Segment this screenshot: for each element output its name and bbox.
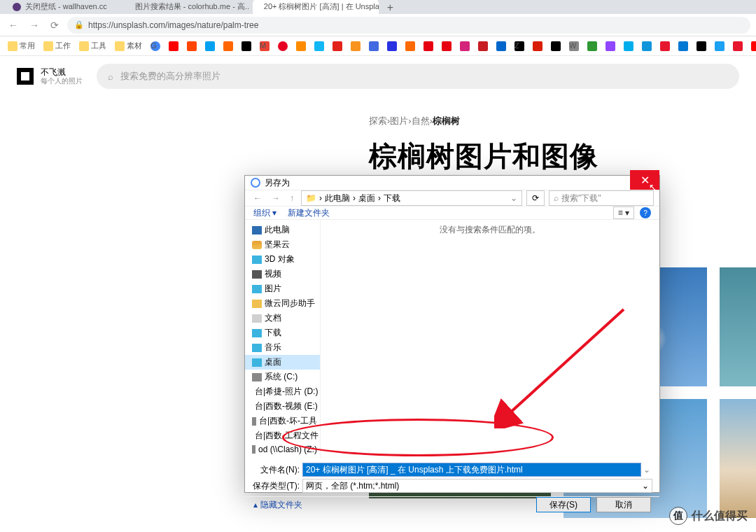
bookmark-item[interactable] [294,40,308,52]
tree-node[interactable]: od (\\Clash) (Z:) [245,443,320,456]
folder-tree: 此电脑坚果云3D 对象视频图片微云同步助手文档下载音乐桌面系统 (C:)台|希捷… [245,220,321,458]
bookmark-item[interactable] [531,40,545,52]
organize-menu[interactable]: 组织 ▾ [253,207,276,219]
help-button[interactable]: ? [640,207,651,218]
view-mode-button[interactable]: ≡ ▾ [613,206,634,219]
hide-folders-toggle[interactable]: ▴ 隐藏文件夹 [253,499,302,511]
new-tab-button[interactable]: + [382,1,399,14]
bookmark-item[interactable] [312,40,326,52]
nav-forward-icon[interactable]: → [269,193,283,203]
tree-node[interactable]: 文档 [245,311,320,326]
folder-icon [252,445,255,454]
path-input[interactable]: 📁 ›此电脑 ›桌面 ›下载 ⌄ [301,190,522,206]
filename-label: 文件名(N): [252,464,302,476]
bookmark-item[interactable] [676,40,690,52]
nav-back-icon[interactable]: ← [251,193,265,203]
tree-node[interactable]: 音乐 [245,340,320,355]
watermark: 值 什么值得买 [669,507,748,525]
bookmark-item[interactable] [185,40,199,52]
bookmark-item[interactable] [349,40,363,52]
tree-node[interactable]: 系统 (C:) [245,370,320,384]
bookmark-item[interactable] [585,40,599,52]
browser-tab[interactable]: 图片搜索结果 - colorhub.me - 高... [124,0,250,14]
nav-up-icon[interactable]: ↑ [287,193,297,203]
site-logo[interactable]: 不飞溅 每个人的照片 [17,67,83,85]
bookmark-item[interactable] [658,40,672,52]
chevron-down-icon[interactable]: ⌄ [510,193,517,203]
logo-title: 不飞溅 [41,67,83,77]
browser-tab[interactable]: 关闭壁纸 - wallhaven.cc [6,0,121,14]
tree-node[interactable]: 台|西数-工程文件 [245,428,320,443]
new-folder-button[interactable]: 新建文件夹 [288,207,330,219]
reload-button[interactable]: ⟳ [48,20,62,31]
bookmark-item[interactable] [440,40,454,52]
bookmark-item[interactable] [622,40,636,52]
bookmark-item[interactable] [239,40,253,52]
tree-node[interactable]: 台|西数-视频 (E:) [245,399,320,414]
forward-button[interactable]: → [27,20,42,31]
filename-input[interactable]: 20+ 棕榈树图片 [高清] _ 在 Unsplash 上下载免费图片.html [302,463,641,477]
tree-node[interactable]: 台|希捷-照片 (D:) [245,384,320,399]
bookmark-item[interactable] [403,40,417,52]
bookmark-item[interactable]: Z [512,40,526,52]
filetype-select[interactable]: 网页，全部 (*.htm;*.html)⌄ [302,479,652,493]
bookmark-item[interactable] [494,40,508,52]
chevron-down-icon[interactable]: ⌄ [641,465,652,475]
bookmark-item[interactable] [221,40,235,52]
bookmark-item[interactable] [385,40,399,52]
dialog-titlebar: 另存为 ✕↖ [245,176,659,190]
logo-icon [17,68,34,85]
bookmark-item[interactable] [749,40,756,52]
bookmark-folder[interactable]: 工具 [77,39,108,52]
bookmark-item[interactable] [458,40,472,52]
bookmark-item[interactable] [549,40,563,52]
tree-node[interactable]: 坚果云 [245,237,320,252]
folder-icon [252,373,262,382]
folder-icon [252,358,262,367]
tree-node[interactable]: 台|西数-坏-工具 [245,414,320,428]
back-button[interactable]: ← [6,20,21,31]
close-button[interactable]: ✕↖ [630,170,659,190]
folder-icon [252,285,262,293]
lock-icon: 🔒 [74,20,84,29]
bookmark-item[interactable]: M [258,40,272,52]
image-thumbnail[interactable] [720,267,756,386]
dialog-title: 另存为 [265,177,630,189]
bookmark-folder[interactable]: 工作 [41,39,73,52]
bookmark-item[interactable] [276,40,290,52]
image-thumbnail[interactable] [720,399,756,518]
tree-node[interactable]: 微云同步助手 [245,296,320,311]
tree-node[interactable]: 图片 [245,281,320,296]
bookmark-item[interactable] [603,40,617,52]
refresh-button[interactable]: ⟳ [526,190,545,206]
bookmark-item[interactable] [330,40,344,52]
breadcrumb[interactable]: 探索›图片›自然›棕榈树 [369,115,756,127]
tree-node[interactable]: 下载 [245,326,320,340]
bookmark-item[interactable] [640,40,654,52]
cancel-button[interactable]: 取消 [596,497,651,512]
url-input[interactable]: 🔒 https://unsplash.com/images/nature/pal… [67,17,750,34]
bookmark-item[interactable] [167,40,181,52]
bookmark-item[interactable]: W [567,40,581,52]
tree-node[interactable]: 此电脑 [245,223,320,237]
search-input[interactable]: ⌕ 搜索免费的高分辨率照片 [97,64,739,89]
bookmark-item[interactable] [203,40,217,52]
tree-node[interactable]: 视频 [245,267,320,281]
bookmark-item[interactable] [476,40,490,52]
save-button[interactable]: 保存(S) [536,497,591,512]
bookmark-item[interactable] [421,40,435,52]
browser-tab-active[interactable]: 20+ 棕榈树图片 [高清] | 在 Unspla... [253,0,379,14]
bookmark-item[interactable] [731,40,745,52]
bookmark-folder[interactable]: 常用 [6,39,37,52]
folder-search-input[interactable]: ⌕ 搜索"下载" [549,190,654,206]
tree-node[interactable]: 3D 对象 [245,252,320,267]
bookmark-item[interactable] [367,40,381,52]
bookmarks-bar: 常用 工作 工具 素材 G M Z W M 好文章 [0,36,756,56]
bookmark-item[interactable] [694,40,708,52]
bookmark-folder[interactable]: 素材 [113,39,144,52]
tree-node[interactable]: 桌面 [245,355,320,370]
bookmark-item[interactable]: G [148,40,162,52]
bookmark-item[interactable] [713,40,727,52]
dialog-fields: 文件名(N): 20+ 棕榈树图片 [高清] _ 在 Unsplash 上下载免… [245,458,659,496]
watermark-text: 什么值得买 [692,509,748,524]
